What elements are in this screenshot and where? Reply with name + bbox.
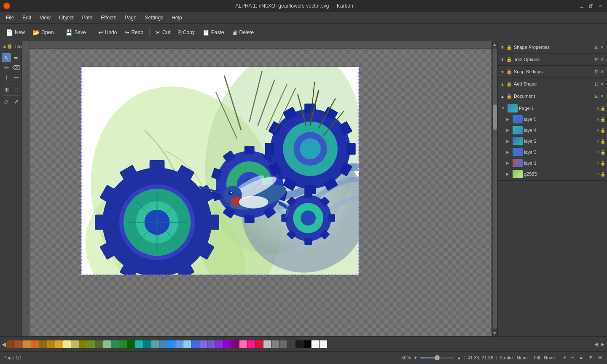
color-swatch[interactable] — [287, 340, 295, 348]
win-close-btn[interactable]: ✕ — [597, 3, 604, 9]
document-header[interactable]: ▲ 🔒 Document ⊡ ✕ — [498, 90, 607, 102]
transform-tool-btn[interactable]: ⤢ — [11, 97, 21, 106]
zoom-slider-thumb[interactable] — [435, 355, 440, 360]
color-swatch[interactable] — [143, 340, 151, 348]
color-swatch[interactable] — [207, 340, 215, 348]
freehand-tool-btn[interactable]: ⁓ — [11, 72, 21, 82]
menu-item-file[interactable]: File — [2, 13, 18, 22]
zoom-decrease-btn[interactable]: ▼ — [413, 355, 418, 360]
menu-item-path[interactable]: Path — [78, 13, 97, 22]
scrollbar-thumb[interactable] — [493, 104, 497, 130]
tree-layer2[interactable]: ▶ layer2 ≡ 🔒 — [498, 136, 607, 147]
vertical-scrollbar[interactable]: ▲ ▼ — [492, 41, 497, 336]
tree-page-1[interactable]: ▼ Page 1 ≡ 🔒 — [498, 103, 607, 114]
color-swatch[interactable] — [279, 340, 287, 348]
snap-settings-header[interactable]: ▼ 🔒 Snap Settings ⊡ ✕ — [498, 66, 607, 78]
color-swatch[interactable] — [23, 340, 31, 348]
menu-item-help[interactable]: Help — [167, 13, 186, 22]
redo-button[interactable]: ↪ Redo — [121, 26, 147, 39]
tree-layer3[interactable]: ▶ layer3 ≡ 🔒 — [498, 147, 607, 158]
win-maximize-btn[interactable]: 🗗 — [588, 3, 594, 9]
menu-item-object[interactable]: Object — [55, 13, 78, 22]
statusbar-add-btn[interactable]: + — [561, 354, 567, 361]
tree-layer1[interactable]: ▶ layer1 ≡ 🔒 — [498, 158, 607, 169]
tool-options-expand-btn[interactable]: ⊡ — [594, 56, 599, 63]
color-swatch[interactable] — [135, 340, 143, 348]
calligraphy-tool-btn[interactable]: ✏ — [2, 63, 11, 72]
color-swatch[interactable] — [167, 340, 175, 348]
palette-prev-btn[interactable]: ◀ — [594, 340, 599, 348]
document-close-btn[interactable]: ✕ — [600, 93, 604, 99]
add-shape-header[interactable]: ▲ 🔒 Add Shape ⊡ ✕ — [498, 78, 607, 90]
paste-button[interactable]: 📋 Paste — [199, 26, 228, 39]
scrollbar-track[interactable] — [493, 48, 497, 329]
shape-properties-close-btn[interactable]: ✕ — [600, 44, 604, 51]
color-swatch[interactable] — [239, 340, 247, 348]
tree-layer4[interactable]: ▶ layer4 ≡ 🔒 — [498, 125, 607, 136]
snap-settings-close-btn[interactable]: ✕ — [600, 69, 604, 75]
copy-button[interactable]: ⎘ Copy — [175, 26, 198, 39]
color-swatch[interactable] — [119, 340, 127, 348]
cut-button[interactable]: ✂ Cut — [152, 26, 174, 39]
color-swatch[interactable] — [151, 340, 159, 348]
shape-properties-expand-btn[interactable]: ⊡ — [594, 44, 599, 51]
bezier-tool-btn[interactable]: ⌇ — [2, 72, 11, 82]
add-shape-close-btn[interactable]: ✕ — [600, 81, 604, 87]
tool-options-header[interactable]: ▼ 🔒 Tool Options ⊡ ✕ — [498, 54, 607, 65]
color-swatch[interactable] — [159, 340, 167, 348]
tree-layer5[interactable]: ▶ layer5 ≡ 🔒 — [498, 114, 607, 125]
color-swatch[interactable] — [79, 340, 87, 348]
color-swatch[interactable] — [127, 340, 135, 348]
path-tool-btn[interactable]: ✒ — [11, 53, 21, 62]
delete-button[interactable]: 🗑 Delete — [228, 26, 258, 39]
scrollbar-down-btn[interactable]: ▼ — [493, 331, 497, 335]
color-swatch[interactable] — [63, 340, 71, 348]
grid-tool-btn[interactable]: ⊞ — [2, 85, 11, 94]
color-swatch[interactable] — [7, 340, 15, 348]
menu-item-view[interactable]: View — [35, 13, 55, 22]
color-swatch[interactable] — [199, 340, 207, 348]
color-swatch[interactable] — [312, 340, 319, 348]
document-expand-btn[interactable]: ⊡ — [594, 93, 599, 99]
color-swatch[interactable] — [215, 340, 223, 348]
color-swatch[interactable] — [271, 340, 279, 348]
menu-item-page[interactable]: Page — [121, 13, 141, 22]
color-swatch[interactable] — [263, 340, 271, 348]
color-swatch[interactable] — [111, 340, 119, 348]
color-swatch[interactable] — [183, 340, 191, 348]
statusbar-up-btn[interactable]: ▲ — [577, 354, 585, 361]
statusbar-minus-btn[interactable]: − — [569, 354, 575, 361]
color-swatch[interactable] — [231, 340, 239, 348]
color-swatch[interactable] — [39, 340, 47, 348]
color-swatch[interactable] — [255, 340, 263, 348]
image-tool-btn[interactable]: ⬚ — [11, 85, 21, 94]
menu-item-settings[interactable]: Settings — [141, 13, 167, 22]
select-tool-btn[interactable]: ↖ — [2, 53, 11, 62]
color-swatch[interactable] — [223, 340, 231, 348]
color-swatch[interactable] — [295, 340, 303, 348]
shape-tool-btn[interactable]: ◇ — [2, 97, 11, 106]
menu-item-edit[interactable]: Edit — [18, 13, 35, 22]
color-swatch[interactable] — [71, 340, 79, 348]
palette-next-btn[interactable]: ▶ — [600, 340, 605, 348]
color-swatch[interactable] — [95, 340, 103, 348]
palette-scroll-left[interactable]: ◀ — [2, 341, 6, 348]
color-swatch[interactable] — [47, 340, 55, 348]
menu-item-effects[interactable]: Effects — [97, 13, 120, 22]
toolbox-collapse-arrow[interactable]: ▲ — [3, 44, 7, 48]
scrollbar-up-btn[interactable]: ▲ — [493, 42, 497, 47]
shape-properties-header[interactable]: ▼ 🔒 Shape Properties ⊡ ✕ — [498, 41, 607, 53]
undo-button[interactable]: ↩ Undo — [95, 26, 121, 39]
color-swatch[interactable] — [191, 340, 199, 348]
statusbar-expand-btn[interactable]: ⊞ — [596, 354, 604, 361]
statusbar-down-btn[interactable]: ▼ — [587, 354, 595, 361]
color-swatch[interactable] — [175, 340, 183, 348]
erase-tool-btn[interactable]: ⌫ — [11, 63, 21, 72]
tree-g2585[interactable]: ▶ g2585 ≡ 🔒 — [498, 169, 607, 179]
canvas-area[interactable] — [22, 41, 492, 336]
color-swatch[interactable] — [15, 340, 23, 348]
open-button[interactable]: 📂 Open... — [29, 26, 61, 39]
color-swatch[interactable] — [87, 340, 95, 348]
color-swatch[interactable] — [304, 340, 311, 348]
add-shape-expand-btn[interactable]: ⊡ — [594, 81, 599, 87]
